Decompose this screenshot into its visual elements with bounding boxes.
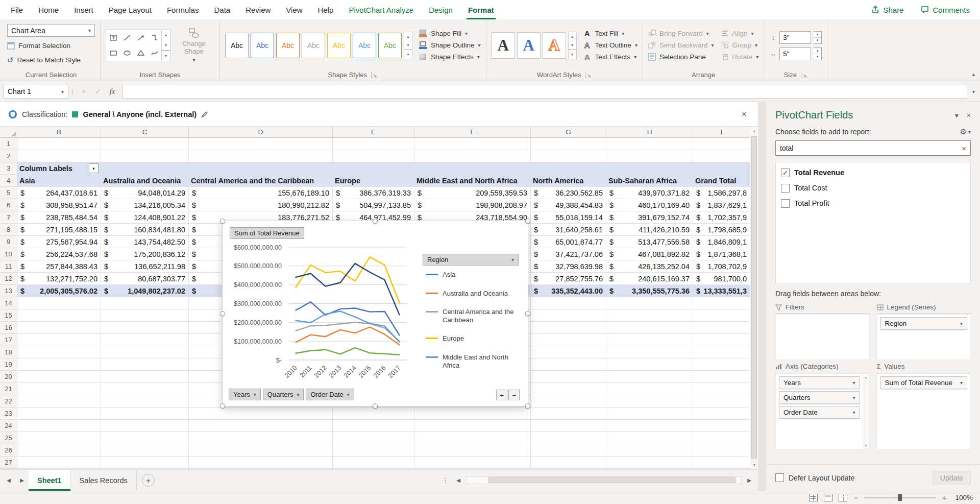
- hscroll-left-button[interactable]: ◀: [452, 477, 465, 483]
- ribbon-tab-format[interactable]: Format: [460, 0, 502, 19]
- cell-C16[interactable]: [101, 322, 189, 334]
- cell-I3[interactable]: [693, 162, 750, 175]
- cell-H15[interactable]: [606, 309, 693, 322]
- cell-I11[interactable]: $1,708,702,9: [693, 260, 750, 273]
- chart-resize-handle-se[interactable]: [525, 403, 530, 409]
- cell-B6[interactable]: $308,958,951.47: [17, 199, 101, 211]
- cell-C6[interactable]: $134,216,005.34: [101, 199, 189, 211]
- cell-I8[interactable]: $1,798,685,9: [693, 224, 750, 236]
- field-item-total-profit[interactable]: Total Profit: [776, 196, 970, 211]
- ribbon-tab-help[interactable]: Help: [310, 0, 341, 19]
- format-selection-button[interactable]: Format Selection: [7, 40, 70, 52]
- zoom-slider-thumb[interactable]: [898, 494, 902, 501]
- area-legend-box[interactable]: Region▾: [877, 314, 971, 360]
- shape-width-input[interactable]: 5": [779, 47, 811, 60]
- row-header-19[interactable]: 19: [0, 358, 17, 371]
- cell-I7[interactable]: $1,702,357,9: [693, 211, 750, 224]
- cell-I15[interactable]: [693, 309, 750, 322]
- cell-G6[interactable]: $49,388,454.83: [531, 199, 606, 211]
- cell-H22[interactable]: [606, 395, 693, 407]
- field-item-total-revenue[interactable]: ✓Total Revenue: [776, 165, 970, 180]
- cell-F25[interactable]: [414, 432, 531, 444]
- cell-C8[interactable]: $160,834,481.80: [101, 224, 189, 236]
- cell-D3[interactable]: [189, 162, 333, 175]
- cell-C5[interactable]: $94,048,014.29: [101, 187, 189, 199]
- row-header-15[interactable]: 15: [0, 309, 17, 322]
- bring-forward-button[interactable]: Bring Forward ▾: [648, 28, 714, 39]
- shape-height-input[interactable]: 3": [779, 31, 811, 44]
- ribbon-tab-page-layout[interactable]: Page Layout: [101, 0, 159, 19]
- cell-C12[interactable]: $80,687,303.77: [101, 273, 189, 285]
- cell-B21[interactable]: [17, 383, 101, 395]
- row-header-13[interactable]: 13: [0, 285, 17, 297]
- shape-style-thumb-5[interactable]: Abc: [327, 33, 351, 58]
- cell-I10[interactable]: $1,871,368,1: [693, 248, 750, 260]
- cell-I12[interactable]: $981,700,0: [693, 273, 750, 285]
- wordart-more-icon[interactable]: ▾: [569, 50, 576, 59]
- column-header-D[interactable]: D: [189, 127, 333, 138]
- cell-B22[interactable]: [17, 395, 101, 407]
- stepper-up-icon[interactable]: ▴: [814, 32, 821, 38]
- row-header-27[interactable]: 27: [0, 457, 17, 469]
- sheet-tab-sheet1[interactable]: Sheet1: [29, 470, 71, 491]
- cell-G17[interactable]: [531, 334, 606, 346]
- field-search-input[interactable]: [780, 144, 959, 152]
- new-sheet-button[interactable]: +: [142, 474, 155, 487]
- cell-B2[interactable]: [17, 150, 101, 162]
- reset-to-match-style-button[interactable]: ↺ Reset to Match Style: [7, 54, 81, 66]
- cell-F1[interactable]: [414, 138, 531, 150]
- cell-C15[interactable]: [101, 309, 189, 322]
- cell-B10[interactable]: $256,224,537.68: [17, 248, 101, 260]
- ribbon-tab-view[interactable]: View: [278, 0, 310, 19]
- cell-F5[interactable]: $209,559,359.53: [414, 187, 531, 199]
- shape-style-thumb-1[interactable]: Abc: [225, 33, 249, 58]
- chart-resize-handle-sw[interactable]: [220, 403, 225, 409]
- row-header-21[interactable]: 21: [0, 383, 17, 395]
- area-chip-quarters[interactable]: Quarters▾: [779, 391, 860, 404]
- shape-style-thumb-6[interactable]: Abc: [353, 33, 376, 58]
- insert-function-button[interactable]: fx: [105, 87, 119, 96]
- cell-I1[interactable]: [693, 138, 750, 150]
- chart-collapse-button[interactable]: −: [508, 390, 520, 400]
- cell-D5[interactable]: $155,676,189.10: [189, 187, 333, 199]
- row-header-9[interactable]: 9: [0, 236, 17, 248]
- chart-resize-handle-nw[interactable]: [220, 219, 225, 224]
- cell-F27[interactable]: [414, 457, 531, 469]
- cell-H6[interactable]: $460,170,169.40: [606, 199, 693, 211]
- cell-F23[interactable]: [414, 407, 531, 420]
- cell-H26[interactable]: [606, 444, 693, 457]
- cell-E23[interactable]: [333, 407, 414, 420]
- ribbon-tab-formulas[interactable]: Formulas: [159, 0, 207, 19]
- cell-I23[interactable]: [693, 407, 750, 420]
- cell-G3[interactable]: [531, 162, 606, 175]
- cell-C2[interactable]: [101, 150, 189, 162]
- cell-F3[interactable]: [414, 162, 531, 175]
- formula-bar-grip-icon[interactable]: ⋮: [68, 88, 77, 95]
- row-header-11[interactable]: 11: [0, 260, 17, 273]
- comments-button[interactable]: Comments: [916, 4, 975, 16]
- stepper-down-icon[interactable]: ▾: [814, 38, 821, 43]
- cell-B24[interactable]: [17, 420, 101, 432]
- column-header-I[interactable]: I: [693, 127, 750, 138]
- cell-G13[interactable]: $335,352,443.00: [531, 285, 606, 297]
- chart-series-middle-east-and-north-africa[interactable]: [296, 311, 400, 342]
- cell-F2[interactable]: [414, 150, 531, 162]
- cell-H4[interactable]: Sub-Saharan Africa: [606, 175, 693, 187]
- hscroll-right-button[interactable]: ▶: [743, 477, 756, 483]
- clear-search-icon[interactable]: ×: [959, 144, 966, 153]
- cell-H19[interactable]: [606, 358, 693, 371]
- wordart-scroll-down-icon[interactable]: ▾: [569, 41, 576, 50]
- cell-H9[interactable]: $513,477,556.58: [606, 236, 693, 248]
- cell-I14[interactable]: [693, 297, 750, 309]
- vertical-scrollbar-thumb[interactable]: [751, 136, 757, 459]
- shape-oval-icon[interactable]: [120, 45, 134, 61]
- cell-G23[interactable]: [531, 407, 606, 420]
- cell-E1[interactable]: [333, 138, 414, 150]
- cell-E27[interactable]: [333, 457, 414, 469]
- cell-D1[interactable]: [189, 138, 333, 150]
- cell-H21[interactable]: [606, 383, 693, 395]
- chart-title-field-button[interactable]: Sum of Total Revenue: [230, 227, 304, 239]
- sheet-tab-sales-records[interactable]: Sales Records: [71, 470, 137, 491]
- shape-style-thumb-3[interactable]: Abc: [276, 33, 300, 58]
- row-header-26[interactable]: 26: [0, 444, 17, 457]
